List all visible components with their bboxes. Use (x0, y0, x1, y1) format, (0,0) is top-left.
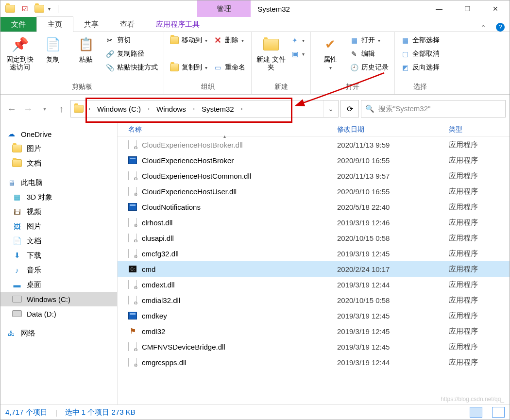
tab-view[interactable]: 查看 (109, 17, 145, 32)
file-row[interactable]: CMFNVSDeviceBridge.dll2019/3/19 12:45应用程… (118, 339, 510, 354)
sidebar-item[interactable]: ▦3D 对象 (0, 190, 117, 204)
chevron-right-icon[interactable]: › (146, 105, 152, 112)
search-input[interactable]: 🔍 搜索"System32" (361, 100, 506, 118)
column-type[interactable]: 类型 (449, 125, 510, 134)
cut-button[interactable]: ✂剪切 (103, 34, 160, 47)
copy-path-button[interactable]: 🔗复制路径 (103, 48, 160, 60)
tab-share[interactable]: 共享 (73, 17, 109, 32)
paste-shortcut-button[interactable]: 📎粘贴快捷方式 (103, 61, 160, 74)
file-row[interactable]: CloudExperienceHostCommon.dll2020/11/13 … (118, 168, 510, 184)
group-label-new: 新建 (255, 82, 306, 92)
file-row[interactable]: cmcfg32.dll2019/3/19 12:45应用程序 (118, 246, 510, 261)
breadcrumb-seg-2[interactable]: System32 (197, 105, 239, 113)
back-button[interactable]: ← (4, 101, 19, 116)
file-row[interactable]: cmdkey2019/3/19 12:45应用程序 (118, 308, 510, 323)
file-row[interactable]: C:cmd2020/2/24 10:17应用程序 (118, 261, 510, 277)
qat-open-icon[interactable] (34, 3, 45, 15)
file-row[interactable]: cmdext.dll2019/3/19 12:44应用程序 (118, 277, 510, 292)
chevron-right-icon[interactable]: › (191, 105, 197, 112)
copy-button[interactable]: 📄 复制 (37, 34, 68, 63)
sidebar-item[interactable]: 📄文档 (0, 234, 117, 248)
refresh-button[interactable]: ⟳ (340, 100, 359, 118)
file-rows[interactable]: CloudExperienceHostBroker.dll2020/11/13 … (118, 137, 510, 404)
file-name: cmdl32 (142, 327, 165, 336)
breadcrumb-seg-1[interactable]: Windows (152, 105, 191, 113)
breadcrumb-seg-0[interactable]: Windows (C:) (92, 105, 146, 113)
easy-access-button[interactable]: ▣▾ (289, 48, 306, 60)
file-row[interactable]: cmdial32.dll2020/10/15 0:58应用程序 (118, 292, 510, 308)
exe-icon (128, 156, 137, 165)
file-row[interactable]: CloudExperienceHostUser.dll2020/9/10 16:… (118, 184, 510, 199)
tab-app-tools[interactable]: 应用程序工具 (145, 17, 210, 32)
tab-file[interactable]: 文件 (0, 17, 36, 32)
file-date: 2019/3/19 12:45 (337, 343, 449, 351)
navigation-pane[interactable]: ☁OneDrive 图片 文档 🖥此电脑 ▦3D 对象 🎞视频 🖼图片 📄文档 … (0, 123, 118, 404)
paste-button[interactable]: 📋 粘贴 (70, 34, 102, 63)
file-row[interactable]: cmgrcspps.dll2019/3/19 12:44应用程序 (118, 354, 510, 370)
sidebar-onedrive[interactable]: ☁OneDrive (0, 127, 117, 141)
pin-button[interactable]: 📌 固定到快 速访问 (4, 34, 35, 71)
properties-button[interactable]: ✔ 属性 ▾ (315, 34, 346, 71)
rename-button[interactable]: ▭重命名 (211, 61, 247, 74)
invert-selection-button[interactable]: ◩反向选择 (399, 61, 442, 74)
sidebar-label: 文档 (27, 159, 41, 168)
file-row[interactable]: ⚑cmdl322019/3/19 12:45应用程序 (118, 323, 510, 339)
select-none-button[interactable]: ▢全部取消 (399, 48, 442, 60)
minimize-button[interactable]: — (425, 0, 453, 17)
qat-properties-icon[interactable]: ☑ (19, 3, 31, 15)
file-row[interactable]: clrhost.dll2019/3/19 12:46应用程序 (118, 215, 510, 230)
sidebar-item[interactable]: ⬇下载 (0, 248, 117, 263)
view-large-button[interactable] (492, 407, 505, 418)
delete-button[interactable]: ✕删除 ▾ (211, 34, 247, 47)
view-details-button[interactable] (470, 407, 482, 418)
column-headers[interactable]: 名称 修改日期 类型 ▴ (118, 123, 510, 137)
select-none-label: 全部取消 (412, 50, 440, 58)
file-row[interactable]: CloudExperienceHostBroker2020/9/10 16:55… (118, 152, 510, 168)
sidebar-item[interactable]: ♪音乐 (0, 263, 117, 277)
file-name: clusapi.dll (142, 234, 174, 242)
copy-to-icon (170, 63, 179, 72)
edit-button[interactable]: ✎编辑 (348, 48, 391, 60)
file-row[interactable]: CloudNotifications2020/5/18 22:40应用程序 (118, 199, 510, 215)
sidebar-item[interactable]: 🎞视频 (0, 204, 117, 219)
sidebar-network[interactable]: 🖧网络 (0, 326, 117, 340)
sidebar-item[interactable]: 文档 (0, 156, 117, 170)
sidebar-item[interactable]: 🖼图片 (0, 219, 117, 234)
exe-icon (128, 311, 137, 320)
open-button[interactable]: ▦打开 ▾ (348, 34, 391, 47)
recent-locations-button[interactable]: ▾ (37, 101, 52, 116)
address-dropdown-button[interactable]: ⌄ (323, 101, 338, 117)
file-row[interactable]: clusapi.dll2020/10/15 0:58应用程序 (118, 230, 510, 246)
sidebar-item-drive-c[interactable]: Windows (C:) (0, 292, 117, 306)
chevron-right-icon[interactable]: › (239, 105, 245, 112)
ribbon-collapse-chevron[interactable]: ⌃ (476, 24, 491, 32)
maximize-button[interactable]: ☐ (453, 0, 481, 17)
up-button[interactable]: ↑ (54, 101, 68, 116)
select-all-button[interactable]: ▦全部选择 (399, 34, 442, 47)
this-pc-icon: 🖥 (6, 178, 16, 187)
copy-to-button[interactable]: 复制到 ▾ (168, 61, 209, 74)
help-icon[interactable]: ? (496, 23, 505, 32)
chevron-right-icon[interactable]: › (86, 105, 92, 112)
new-folder-button[interactable]: 新建 文件夹 (255, 34, 287, 71)
sidebar-item[interactable]: 图片 (0, 141, 117, 156)
sidebar-item[interactable]: ▬桌面 (0, 277, 117, 292)
qat-customize-chevron[interactable]: ▾ (48, 6, 51, 12)
file-row[interactable]: CloudExperienceHostBroker.dll2020/11/13 … (118, 137, 510, 152)
sidebar-label: 音乐 (27, 266, 41, 275)
column-date[interactable]: 修改日期 (337, 125, 449, 134)
qat-folder-icon[interactable] (4, 3, 16, 15)
move-to-button[interactable]: 移动到 ▾ (168, 34, 209, 47)
sidebar-this-pc[interactable]: 🖥此电脑 (0, 175, 117, 190)
new-item-button[interactable]: ✦▾ (289, 34, 306, 47)
sidebar-item-drive-d[interactable]: Data (D:) (0, 306, 117, 321)
forward-button[interactable]: → (21, 101, 35, 116)
copy-path-icon: 🔗 (105, 50, 114, 58)
address-bar[interactable]: › Windows (C:) › Windows › System32 › ⌄ (70, 100, 339, 118)
close-button[interactable]: ✕ (481, 0, 510, 17)
contextual-tab-manage[interactable]: 管理 (197, 0, 251, 17)
drive-icon (12, 295, 22, 303)
history-button[interactable]: 🕘历史记录 (348, 61, 391, 74)
tab-home[interactable]: 主页 (36, 17, 73, 32)
column-name[interactable]: 名称 (128, 125, 337, 134)
